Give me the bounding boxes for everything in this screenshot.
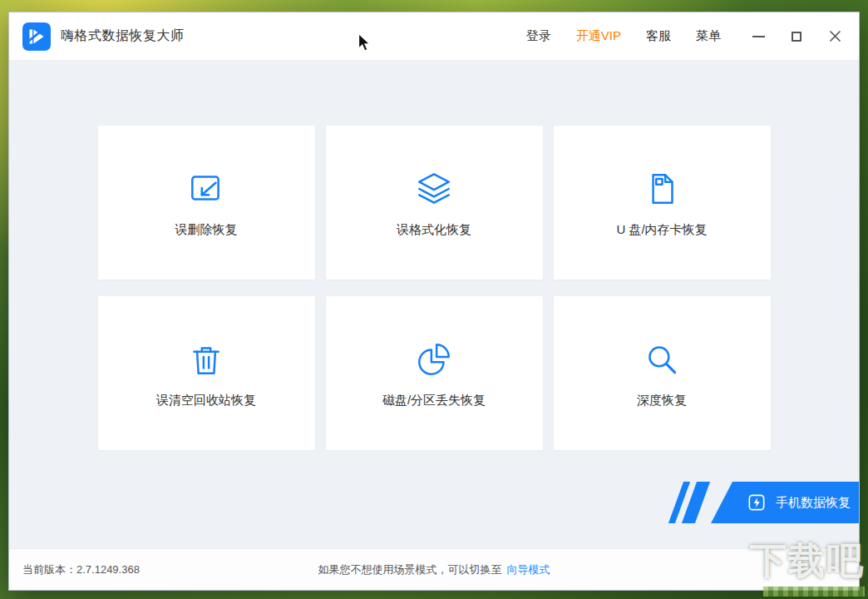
card-label: 深度恢复 bbox=[637, 393, 687, 408]
menu-button[interactable]: 菜单 bbox=[696, 28, 721, 44]
login-button[interactable]: 登录 bbox=[526, 28, 551, 44]
layers-icon bbox=[413, 168, 455, 210]
minimize-icon bbox=[752, 36, 765, 37]
card-partition-loss-recovery[interactable]: 磁盘/分区丢失恢复 bbox=[326, 296, 543, 450]
card-unformat-recovery[interactable]: 误格式化恢复 bbox=[326, 126, 543, 280]
close-icon bbox=[829, 30, 841, 42]
close-button[interactable] bbox=[827, 29, 842, 44]
card-label: U 盘/内存卡恢复 bbox=[616, 222, 707, 238]
mode-hint-text: 如果您不想使用场景模式，可以切换至 bbox=[318, 563, 502, 576]
main-area: 误删除恢复 误格式化恢复 bbox=[9, 61, 859, 550]
window-controls bbox=[751, 29, 842, 44]
version-label: 当前版本：2.7.1249.368 bbox=[22, 562, 140, 577]
sd-card-icon bbox=[641, 168, 683, 210]
card-undelete-recovery[interactable]: 误删除恢复 bbox=[98, 126, 315, 280]
card-deep-recovery[interactable]: 深度恢复 bbox=[554, 296, 771, 450]
card-label: 误删除恢复 bbox=[175, 222, 238, 238]
recovery-mode-grid: 误删除恢复 误格式化恢复 bbox=[9, 61, 859, 450]
card-label: 磁盘/分区丢失恢复 bbox=[382, 393, 486, 408]
card-usb-sdcard-recovery[interactable]: U 盘/内存卡恢复 bbox=[554, 126, 771, 280]
card-label: 误格式化恢复 bbox=[397, 222, 471, 238]
title-bar: 嗨格式数据恢复大师 登录 开通VIP 客服 菜单 bbox=[9, 12, 859, 61]
app-window: 嗨格式数据恢复大师 登录 开通VIP 客服 菜单 bbox=[8, 12, 860, 591]
pie-disk-icon bbox=[413, 339, 455, 380]
card-label: 误清空回收站恢复 bbox=[156, 393, 256, 408]
phone-bolt-icon bbox=[746, 492, 767, 513]
vip-button[interactable]: 开通VIP bbox=[576, 28, 621, 44]
wizard-mode-link[interactable]: 向导模式 bbox=[507, 563, 550, 576]
app-logo-icon bbox=[22, 22, 51, 51]
titlebar-menu: 登录 开通VIP 客服 菜单 bbox=[526, 28, 721, 44]
maximize-button[interactable] bbox=[789, 29, 804, 44]
mobile-button-label: 手机数据恢复 bbox=[776, 495, 851, 511]
magnifier-icon bbox=[641, 339, 683, 380]
card-recycle-bin-recovery[interactable]: 误清空回收站恢复 bbox=[98, 296, 315, 450]
mobile-data-recovery-button[interactable]: 手机数据恢复 bbox=[711, 482, 859, 523]
app-title: 嗨格式数据恢复大师 bbox=[61, 27, 185, 45]
image-restore-icon bbox=[185, 168, 227, 210]
trash-icon bbox=[185, 339, 227, 380]
status-bar: 当前版本：2.7.1249.368 如果您不想使用场景模式，可以切换至向导模式 bbox=[9, 548, 859, 590]
maximize-icon bbox=[792, 32, 801, 42]
support-button[interactable]: 客服 bbox=[646, 28, 671, 44]
minimize-button[interactable] bbox=[751, 29, 766, 44]
mode-hint: 如果您不想使用场景模式，可以切换至向导模式 bbox=[318, 562, 550, 577]
